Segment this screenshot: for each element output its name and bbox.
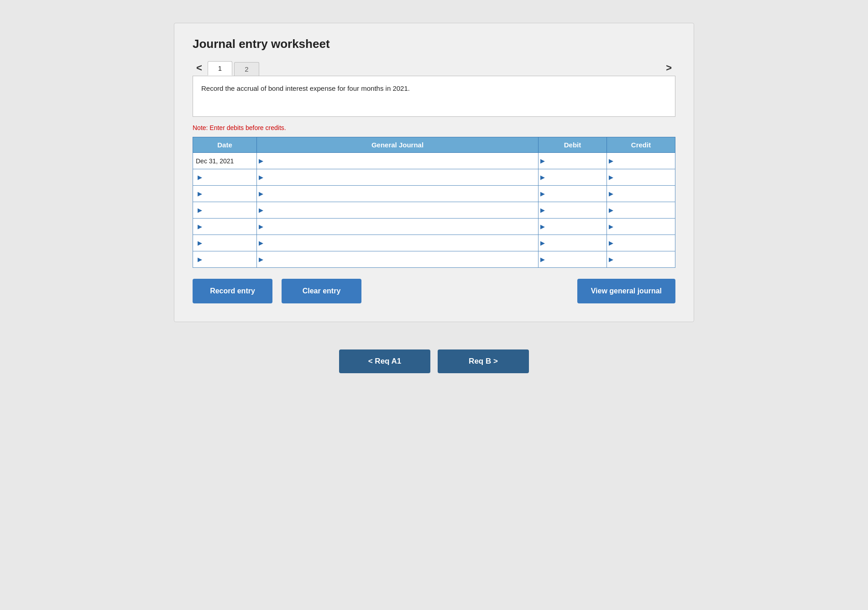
credit-arrow-3[interactable]: ▶	[607, 207, 615, 214]
date-cell-4[interactable]: ▶	[193, 219, 257, 235]
date-arrow-6[interactable]: ▶	[196, 256, 204, 263]
credit-input-3[interactable]	[615, 202, 675, 218]
credit-cell-0[interactable]: ▶	[607, 153, 675, 169]
debit-arrow-4[interactable]: ▶	[539, 223, 547, 230]
clear-entry-button[interactable]: Clear entry	[282, 279, 361, 303]
debit-input-0[interactable]	[547, 153, 607, 169]
gj-input-1[interactable]	[265, 169, 538, 185]
credit-arrow-1[interactable]: ▶	[607, 174, 615, 181]
gj-cell-5[interactable]: ▶	[257, 235, 539, 251]
date-arrow-1[interactable]: ▶	[196, 174, 204, 181]
req-a1-button[interactable]: < Req A1	[339, 349, 430, 373]
credit-cell-2[interactable]: ▶	[607, 186, 675, 202]
debit-input-5[interactable]	[547, 235, 607, 251]
req-b-button[interactable]: Req B >	[438, 349, 529, 373]
debit-arrow-2[interactable]: ▶	[539, 190, 547, 197]
debit-cell-2[interactable]: ▶	[539, 186, 607, 202]
gj-input-3[interactable]	[265, 202, 538, 218]
credit-input-2[interactable]	[615, 186, 675, 202]
date-cell-5[interactable]: ▶	[193, 235, 257, 251]
date-cell-1[interactable]: ▶	[193, 169, 257, 186]
credit-input-5[interactable]	[615, 235, 675, 251]
credit-cell-1[interactable]: ▶	[607, 169, 675, 186]
record-entry-button[interactable]: Record entry	[193, 279, 272, 303]
credit-arrow-5[interactable]: ▶	[607, 240, 615, 246]
debit-arrow-3[interactable]: ▶	[539, 207, 547, 214]
date-cell-0[interactable]: Dec 31, 2021	[193, 153, 257, 169]
debit-arrow-6[interactable]: ▶	[539, 256, 547, 263]
table-row: ▶▶▶▶	[193, 186, 675, 202]
gj-arrow-3[interactable]: ▶	[257, 207, 265, 214]
debit-input-6[interactable]	[547, 251, 607, 267]
gj-arrow-4[interactable]: ▶	[257, 223, 265, 230]
gj-arrow-6[interactable]: ▶	[257, 256, 265, 263]
credit-cell-5[interactable]: ▶	[607, 235, 675, 251]
table-row: Dec 31, 2021▶▶▶	[193, 153, 675, 169]
gj-arrow-5[interactable]: ▶	[257, 240, 265, 246]
credit-input-4[interactable]	[615, 219, 675, 235]
note-text: Note: Enter debits before credits.	[193, 124, 675, 131]
tabs-row: < 1 2 >	[193, 60, 675, 76]
date-arrow-5[interactable]: ▶	[196, 240, 204, 246]
gj-arrow-0[interactable]: ▶	[257, 157, 265, 164]
debit-arrow-1[interactable]: ▶	[539, 174, 547, 181]
header-credit: Credit	[607, 137, 675, 153]
gj-cell-4[interactable]: ▶	[257, 219, 539, 235]
debit-cell-1[interactable]: ▶	[539, 169, 607, 186]
gj-cell-3[interactable]: ▶	[257, 202, 539, 219]
credit-cell-3[interactable]: ▶	[607, 202, 675, 219]
gj-input-5[interactable]	[265, 235, 538, 251]
header-date: Date	[193, 137, 257, 153]
journal-table: Date General Journal Debit Credit Dec 31…	[193, 137, 675, 268]
next-arrow[interactable]: >	[662, 60, 675, 76]
debit-arrow-5[interactable]: ▶	[539, 240, 547, 246]
credit-cell-6[interactable]: ▶	[607, 251, 675, 268]
debit-cell-6[interactable]: ▶	[539, 251, 607, 268]
gj-input-2[interactable]	[265, 186, 538, 202]
gj-input-6[interactable]	[265, 251, 538, 267]
credit-arrow-0[interactable]: ▶	[607, 157, 615, 164]
prev-arrow[interactable]: <	[193, 60, 206, 76]
gj-input-4[interactable]	[265, 219, 538, 235]
gj-input-0[interactable]	[265, 153, 538, 169]
debit-cell-4[interactable]: ▶	[539, 219, 607, 235]
credit-input-1[interactable]	[615, 169, 675, 185]
credit-cell-4[interactable]: ▶	[607, 219, 675, 235]
table-row: ▶▶▶▶	[193, 235, 675, 251]
debit-cell-0[interactable]: ▶	[539, 153, 607, 169]
table-row: ▶▶▶▶	[193, 251, 675, 268]
tab-1[interactable]: 1	[208, 61, 232, 76]
date-cell-3[interactable]: ▶	[193, 202, 257, 219]
debit-cell-5[interactable]: ▶	[539, 235, 607, 251]
debit-input-2[interactable]	[547, 186, 607, 202]
view-general-journal-button[interactable]: View general journal	[577, 279, 675, 303]
gj-cell-1[interactable]: ▶	[257, 169, 539, 186]
gj-cell-0[interactable]: ▶	[257, 153, 539, 169]
table-row: ▶▶▶▶	[193, 219, 675, 235]
gj-cell-2[interactable]: ▶	[257, 186, 539, 202]
date-cell-2[interactable]: ▶	[193, 186, 257, 202]
date-cell-6[interactable]: ▶	[193, 251, 257, 268]
credit-input-6[interactable]	[615, 251, 675, 267]
gj-arrow-1[interactable]: ▶	[257, 174, 265, 181]
gj-cell-6[interactable]: ▶	[257, 251, 539, 268]
debit-input-3[interactable]	[547, 202, 607, 218]
credit-arrow-4[interactable]: ▶	[607, 223, 615, 230]
credit-arrow-6[interactable]: ▶	[607, 256, 615, 263]
buttons-row: Record entry Clear entry View general jo…	[193, 279, 675, 303]
date-arrow-2[interactable]: ▶	[196, 190, 204, 197]
table-row: ▶▶▶▶	[193, 202, 675, 219]
debit-cell-3[interactable]: ▶	[539, 202, 607, 219]
debit-input-4[interactable]	[547, 219, 607, 235]
description-box: Record the accrual of bond interest expe…	[193, 76, 675, 117]
gj-arrow-2[interactable]: ▶	[257, 190, 265, 197]
date-arrow-3[interactable]: ▶	[196, 207, 204, 214]
debit-arrow-0[interactable]: ▶	[539, 157, 547, 164]
credit-arrow-2[interactable]: ▶	[607, 190, 615, 197]
tab-2[interactable]: 2	[234, 62, 259, 76]
date-arrow-4[interactable]: ▶	[196, 223, 204, 230]
description-text: Record the accrual of bond interest expe…	[201, 84, 410, 92]
header-debit: Debit	[539, 137, 607, 153]
debit-input-1[interactable]	[547, 169, 607, 185]
credit-input-0[interactable]	[615, 153, 675, 169]
